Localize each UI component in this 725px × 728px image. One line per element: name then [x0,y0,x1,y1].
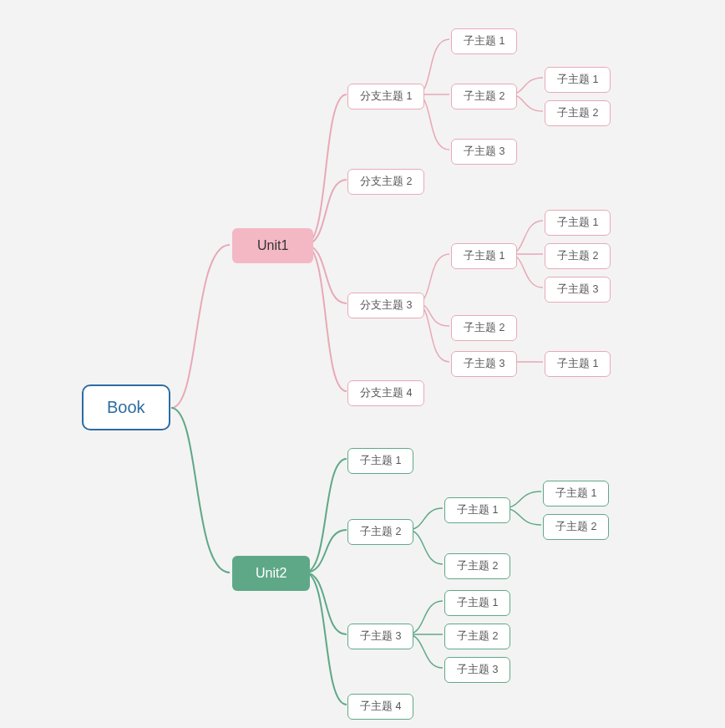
u2-b2-child-2[interactable]: 子主题 2 [444,553,510,579]
u2-b2-child-1[interactable]: 子主题 1 [444,497,510,523]
unit1-branch-3[interactable]: 分支主题 3 [347,293,424,318]
u1-b3-child-3[interactable]: 子主题 3 [451,351,517,377]
u1-b1-c2-gc1[interactable]: 子主题 1 [545,67,611,93]
u1-b1-c2-gc2[interactable]: 子主题 2 [545,100,611,126]
u1-b3-c1-gc2[interactable]: 子主题 2 [545,243,611,269]
unit2-branch-4[interactable]: 子主题 4 [347,694,413,720]
u2-b2-c1-gc2[interactable]: 子主题 2 [543,514,609,540]
unit2-branch-1[interactable]: 子主题 1 [347,448,413,474]
u1-b3-child-1[interactable]: 子主题 1 [451,243,517,269]
u2-b3-child-1[interactable]: 子主题 1 [444,590,510,616]
u2-b3-child-2[interactable]: 子主题 2 [444,624,510,649]
root-node[interactable]: Book [82,384,170,430]
unit1-branch-1[interactable]: 分支主题 1 [347,84,424,109]
u2-b3-child-3[interactable]: 子主题 3 [444,657,510,683]
u1-b1-child-3[interactable]: 子主题 3 [451,139,517,165]
u1-b3-c1-gc3[interactable]: 子主题 3 [545,277,611,303]
u1-b3-c1-gc1[interactable]: 子主题 1 [545,210,611,236]
unit1-node[interactable]: Unit1 [232,228,313,263]
u1-b3-child-2[interactable]: 子主题 2 [451,315,517,341]
unit2-node[interactable]: Unit2 [232,556,310,591]
u2-b2-c1-gc1[interactable]: 子主题 1 [543,481,609,507]
mindmap-canvas: Book Unit1 分支主题 1 分支主题 2 分支主题 3 分支主题 4 子… [0,0,725,728]
unit2-branch-3[interactable]: 子主题 3 [347,624,413,649]
u1-b1-child-2[interactable]: 子主题 2 [451,84,517,109]
u1-b3-c3-gc1[interactable]: 子主题 1 [545,351,611,377]
unit2-branch-2[interactable]: 子主题 2 [347,519,413,545]
unit1-branch-4[interactable]: 分支主题 4 [347,380,424,406]
u1-b1-child-1[interactable]: 子主题 1 [451,28,517,54]
unit1-branch-2[interactable]: 分支主题 2 [347,169,424,195]
